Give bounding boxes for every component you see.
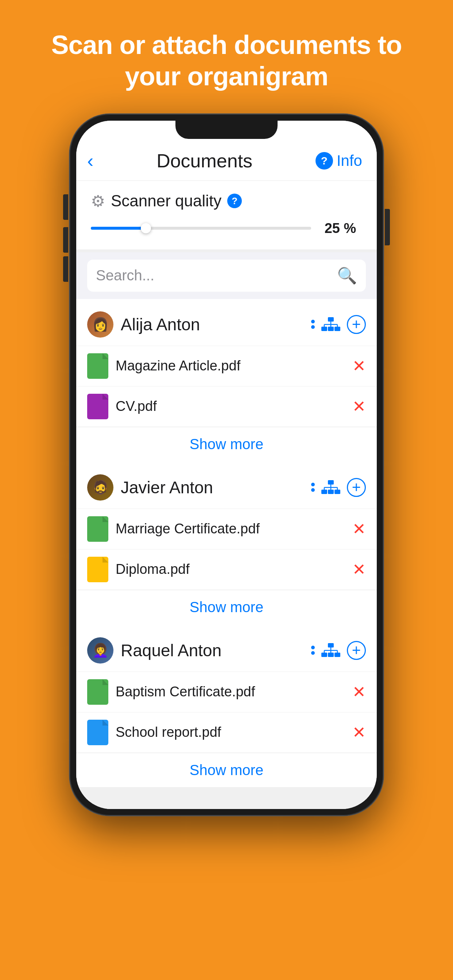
org-icon-2[interactable] [321,643,340,658]
add-button-2[interactable]: + [347,641,366,660]
search-icon: 🔍 [337,266,357,285]
svg-rect-21 [335,652,340,657]
svg-rect-3 [335,327,340,331]
doc-icon-2-1 [87,720,108,745]
delete-button-1-1[interactable]: ✕ [353,562,366,578]
svg-rect-2 [328,327,334,331]
doc-name-2-0: Baptism Certificate.pdf [116,684,345,700]
person-header-2: 👩‍🦱 Raquel Anton [76,627,377,672]
scanner-slider-thumb[interactable] [141,223,151,233]
doc-name-0-1: CV.pdf [116,398,345,414]
add-button-1[interactable]: + [347,478,366,497]
person-actions-1: + [311,478,366,497]
scanner-help-icon[interactable]: ? [227,194,242,208]
doc-item-1-1: Diploma.pdf ✕ [76,549,377,590]
dots-icon-2[interactable] [311,646,315,655]
doc-item-1-0: Marriage Certificate.pdf ✕ [76,509,377,549]
svg-rect-0 [328,317,334,321]
svg-rect-11 [328,490,334,494]
screen-content: ‹ Documents ? Info ⚙ Scanner quality [76,121,377,809]
doc-name-1-0: Marriage Certificate.pdf [116,521,345,537]
scanner-label-row: ⚙ Scanner quality ? [91,192,362,210]
svg-rect-9 [328,480,334,485]
add-button-0[interactable]: + [347,315,366,334]
dots-icon-1[interactable] [311,483,315,492]
svg-rect-18 [328,643,334,648]
doc-icon-0-1 [87,394,108,419]
promo-text: Scan or attach documents to your organig… [22,0,431,114]
phone-mockup: ‹ Documents ? Info ⚙ Scanner quality [62,114,391,816]
doc-icon-1-0 [87,516,108,542]
person-section-2: 👩‍🦱 Raquel Anton [76,627,377,787]
show-more-1[interactable]: Show more [76,590,377,624]
search-bar[interactable]: Search... 🔍 [87,259,366,292]
person-section-0: 👩 Alija Anton [76,301,377,461]
person-name-0: Alija Anton [121,315,304,334]
info-icon: ? [316,152,333,170]
svg-rect-20 [328,652,334,657]
show-more-0[interactable]: Show more [76,427,377,461]
person-name-2: Raquel Anton [121,641,304,660]
scanner-slider-fill [91,227,146,230]
avatar-image-0: 👩 [87,311,113,337]
avatar-0[interactable]: 👩 [87,311,113,337]
org-chart-svg-1 [321,480,340,495]
search-placeholder: Search... [96,267,154,284]
org-chart-svg-0 [321,317,340,332]
person-name-1: Javier Anton [121,477,304,497]
svg-rect-19 [321,652,327,657]
person-actions-2: + [311,641,366,660]
doc-icon-0-0 [87,353,108,379]
org-icon-1[interactable] [321,480,340,495]
person-actions-0: + [311,315,366,334]
avatar-2[interactable]: 👩‍🦱 [87,637,113,663]
doc-name-0-0: Magazine Article.pdf [116,358,345,374]
info-button[interactable]: ? Info [316,152,362,170]
scanner-value: 25 % [318,221,362,236]
scanner-slider-track[interactable] [91,227,311,230]
dots-icon-0[interactable] [311,320,315,329]
scanner-label-text: Scanner quality [111,192,222,210]
phone-notch [175,121,278,139]
avatar-image-2: 👩‍🦱 [87,637,113,663]
delete-button-1-0[interactable]: ✕ [353,521,366,537]
person-section-1: 🧔 Javier Anton [76,464,377,624]
delete-button-0-0[interactable]: ✕ [353,358,366,374]
delete-button-2-1[interactable]: ✕ [353,724,366,740]
scanner-slider-container: 25 % [91,221,362,236]
search-section: Search... 🔍 [76,252,377,299]
delete-button-0-1[interactable]: ✕ [353,398,366,415]
svg-rect-10 [321,490,327,494]
avatar-1[interactable]: 🧔 [87,474,113,501]
doc-item-2-1: School report.pdf ✕ [76,713,377,753]
show-more-2[interactable]: Show more [76,753,377,787]
back-button[interactable]: ‹ [87,150,93,172]
doc-name-1-1: Diploma.pdf [116,562,345,577]
doc-item-0-0: Magazine Article.pdf ✕ [76,346,377,387]
bottom-spacer [76,787,377,809]
delete-button-2-0[interactable]: ✕ [353,684,366,700]
svg-rect-12 [335,490,340,494]
gear-icon: ⚙ [91,192,105,210]
doc-name-2-1: School report.pdf [116,724,345,740]
avatar-image-1: 🧔 [87,474,113,501]
person-header-1: 🧔 Javier Anton [76,464,377,509]
svg-rect-1 [321,327,327,331]
phone-frame: ‹ Documents ? Info ⚙ Scanner quality [70,114,383,816]
doc-item-0-1: CV.pdf ✕ [76,387,377,427]
person-header-0: 👩 Alija Anton [76,301,377,346]
scanner-quality-section: ⚙ Scanner quality ? 25 % [76,181,377,252]
org-chart-svg-2 [321,643,340,658]
doc-icon-1-1 [87,557,108,582]
phone-screen: ‹ Documents ? Info ⚙ Scanner quality [76,121,377,809]
doc-item-2-0: Baptism Certificate.pdf ✕ [76,672,377,713]
org-icon-0[interactable] [321,317,340,332]
page-title: Documents [156,150,252,172]
doc-icon-2-0 [87,679,108,705]
